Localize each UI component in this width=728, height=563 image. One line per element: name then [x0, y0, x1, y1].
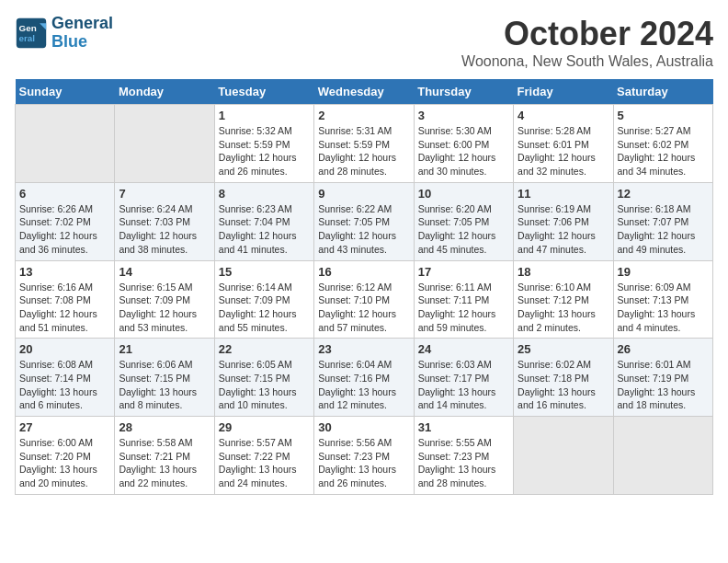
week-row-3: 13Sunrise: 6:16 AMSunset: 7:08 PMDayligh… — [16, 260, 713, 339]
day-number: 17 — [418, 265, 509, 279]
week-row-1: 1Sunrise: 5:32 AMSunset: 5:59 PMDaylight… — [16, 105, 713, 183]
cell-info: Sunrise: 6:14 AMSunset: 7:09 PMDaylight:… — [219, 281, 310, 335]
cell-info: Sunrise: 5:58 AMSunset: 7:21 PMDaylight:… — [119, 436, 210, 490]
day-number: 21 — [119, 342, 210, 356]
day-number: 2 — [318, 109, 409, 122]
weekday-tuesday: Tuesday — [214, 79, 313, 105]
week-row-2: 6Sunrise: 6:26 AMSunset: 7:02 PMDaylight… — [16, 182, 713, 260]
svg-text:eral: eral — [19, 33, 36, 43]
day-number: 20 — [19, 342, 110, 356]
cell-info: Sunrise: 5:56 AMSunset: 7:23 PMDaylight:… — [318, 436, 409, 490]
calendar-cell: 15Sunrise: 6:14 AMSunset: 7:09 PMDayligh… — [214, 260, 313, 339]
calendar-cell: 23Sunrise: 6:04 AMSunset: 7:16 PMDayligh… — [314, 339, 414, 417]
day-number: 9 — [318, 187, 409, 201]
calendar-cell: 29Sunrise: 5:57 AMSunset: 7:22 PMDayligh… — [214, 417, 313, 495]
page-header: Gen eral GeneralBlue October 2024 Woonon… — [15, 15, 713, 70]
cell-info: Sunrise: 6:00 AMSunset: 7:20 PMDaylight:… — [19, 436, 110, 490]
calendar-cell: 18Sunrise: 6:10 AMSunset: 7:12 PMDayligh… — [514, 260, 613, 339]
day-number: 28 — [119, 420, 210, 434]
svg-text:Gen: Gen — [19, 23, 37, 33]
day-number: 1 — [219, 109, 310, 122]
cell-info: Sunrise: 6:09 AMSunset: 7:13 PMDaylight:… — [618, 281, 709, 335]
day-number: 16 — [318, 265, 409, 279]
day-number: 3 — [418, 109, 509, 122]
cell-info: Sunrise: 6:24 AMSunset: 7:03 PMDaylight:… — [119, 202, 210, 257]
calendar-cell: 21Sunrise: 6:06 AMSunset: 7:15 PMDayligh… — [115, 339, 214, 417]
day-number: 10 — [418, 187, 509, 201]
weekday-monday: Monday — [115, 79, 214, 105]
cell-info: Sunrise: 6:01 AMSunset: 7:19 PMDaylight:… — [618, 358, 709, 412]
cell-info: Sunrise: 5:27 AMSunset: 6:02 PMDaylight:… — [618, 124, 709, 178]
calendar-cell: 7Sunrise: 6:24 AMSunset: 7:03 PMDaylight… — [115, 182, 214, 260]
day-number: 29 — [219, 420, 310, 434]
cell-info: Sunrise: 6:06 AMSunset: 7:15 PMDaylight:… — [119, 358, 210, 412]
day-number: 24 — [418, 342, 509, 356]
month-title: October 2024 — [461, 15, 713, 53]
weekday-saturday: Saturday — [613, 79, 712, 105]
weekday-friday: Friday — [514, 79, 613, 105]
cell-info: Sunrise: 6:04 AMSunset: 7:16 PMDaylight:… — [318, 358, 409, 412]
calendar-cell: 3Sunrise: 5:30 AMSunset: 6:00 PMDaylight… — [414, 105, 513, 183]
cell-info: Sunrise: 6:12 AMSunset: 7:10 PMDaylight:… — [318, 281, 409, 335]
logo: Gen eral GeneralBlue — [15, 15, 113, 52]
title-block: October 2024 Woonona, New South Wales, A… — [461, 15, 713, 70]
day-number: 19 — [618, 265, 709, 279]
calendar-cell: 13Sunrise: 6:16 AMSunset: 7:08 PMDayligh… — [16, 260, 115, 339]
weekday-header-row: SundayMondayTuesdayWednesdayThursdayFrid… — [16, 79, 713, 105]
cell-info: Sunrise: 6:03 AMSunset: 7:17 PMDaylight:… — [418, 358, 509, 412]
calendar-cell: 9Sunrise: 6:22 AMSunset: 7:05 PMDaylight… — [314, 182, 414, 260]
calendar-cell: 19Sunrise: 6:09 AMSunset: 7:13 PMDayligh… — [613, 260, 712, 339]
cell-info: Sunrise: 5:31 AMSunset: 5:59 PMDaylight:… — [318, 124, 409, 178]
day-number: 7 — [119, 187, 210, 201]
day-number: 23 — [318, 342, 409, 356]
calendar-cell — [613, 417, 712, 495]
day-number: 14 — [119, 265, 210, 279]
calendar-cell — [514, 417, 613, 495]
calendar-table: SundayMondayTuesdayWednesdayThursdayFrid… — [15, 79, 713, 495]
cell-info: Sunrise: 6:10 AMSunset: 7:12 PMDaylight:… — [518, 281, 609, 335]
cell-info: Sunrise: 6:20 AMSunset: 7:05 PMDaylight:… — [418, 202, 509, 257]
cell-info: Sunrise: 6:18 AMSunset: 7:07 PMDaylight:… — [618, 202, 709, 257]
day-number: 12 — [618, 187, 709, 201]
day-number: 27 — [19, 420, 110, 434]
calendar-cell: 14Sunrise: 6:15 AMSunset: 7:09 PMDayligh… — [115, 260, 214, 339]
cell-info: Sunrise: 6:26 AMSunset: 7:02 PMDaylight:… — [19, 202, 110, 257]
cell-info: Sunrise: 6:23 AMSunset: 7:04 PMDaylight:… — [219, 202, 310, 257]
cell-info: Sunrise: 5:57 AMSunset: 7:22 PMDaylight:… — [219, 436, 310, 490]
calendar-cell: 22Sunrise: 6:05 AMSunset: 7:15 PMDayligh… — [214, 339, 313, 417]
cell-info: Sunrise: 6:15 AMSunset: 7:09 PMDaylight:… — [119, 281, 210, 335]
calendar-cell: 12Sunrise: 6:18 AMSunset: 7:07 PMDayligh… — [613, 182, 712, 260]
day-number: 30 — [318, 420, 409, 434]
cell-info: Sunrise: 5:28 AMSunset: 6:01 PMDaylight:… — [518, 124, 609, 178]
calendar-cell: 10Sunrise: 6:20 AMSunset: 7:05 PMDayligh… — [414, 182, 513, 260]
calendar-cell — [16, 105, 115, 183]
weekday-thursday: Thursday — [414, 79, 513, 105]
calendar-cell: 30Sunrise: 5:56 AMSunset: 7:23 PMDayligh… — [314, 417, 414, 495]
calendar-cell: 6Sunrise: 6:26 AMSunset: 7:02 PMDaylight… — [16, 182, 115, 260]
calendar-cell: 17Sunrise: 6:11 AMSunset: 7:11 PMDayligh… — [414, 260, 513, 339]
calendar-cell: 11Sunrise: 6:19 AMSunset: 7:06 PMDayligh… — [514, 182, 613, 260]
calendar-body: 1Sunrise: 5:32 AMSunset: 5:59 PMDaylight… — [16, 105, 713, 495]
day-number: 15 — [219, 265, 310, 279]
day-number: 6 — [19, 187, 110, 201]
calendar-cell: 24Sunrise: 6:03 AMSunset: 7:17 PMDayligh… — [414, 339, 513, 417]
calendar-cell: 1Sunrise: 5:32 AMSunset: 5:59 PMDaylight… — [214, 105, 313, 183]
week-row-4: 20Sunrise: 6:08 AMSunset: 7:14 PMDayligh… — [16, 339, 713, 417]
calendar-cell: 25Sunrise: 6:02 AMSunset: 7:18 PMDayligh… — [514, 339, 613, 417]
day-number: 8 — [219, 187, 310, 201]
cell-info: Sunrise: 6:19 AMSunset: 7:06 PMDaylight:… — [518, 202, 609, 257]
day-number: 22 — [219, 342, 310, 356]
day-number: 11 — [518, 187, 609, 201]
calendar-cell — [115, 105, 214, 183]
weekday-sunday: Sunday — [16, 79, 115, 105]
day-number: 25 — [518, 342, 609, 356]
logo-text: GeneralBlue — [51, 15, 113, 52]
cell-info: Sunrise: 5:55 AMSunset: 7:23 PMDaylight:… — [418, 436, 509, 490]
cell-info: Sunrise: 6:02 AMSunset: 7:18 PMDaylight:… — [518, 358, 609, 412]
cell-info: Sunrise: 6:22 AMSunset: 7:05 PMDaylight:… — [318, 202, 409, 257]
location-title: Woonona, New South Wales, Australia — [461, 53, 713, 70]
day-number: 13 — [19, 265, 110, 279]
day-number: 4 — [518, 109, 609, 122]
calendar-cell: 31Sunrise: 5:55 AMSunset: 7:23 PMDayligh… — [414, 417, 513, 495]
logo-icon: Gen eral — [15, 17, 48, 50]
